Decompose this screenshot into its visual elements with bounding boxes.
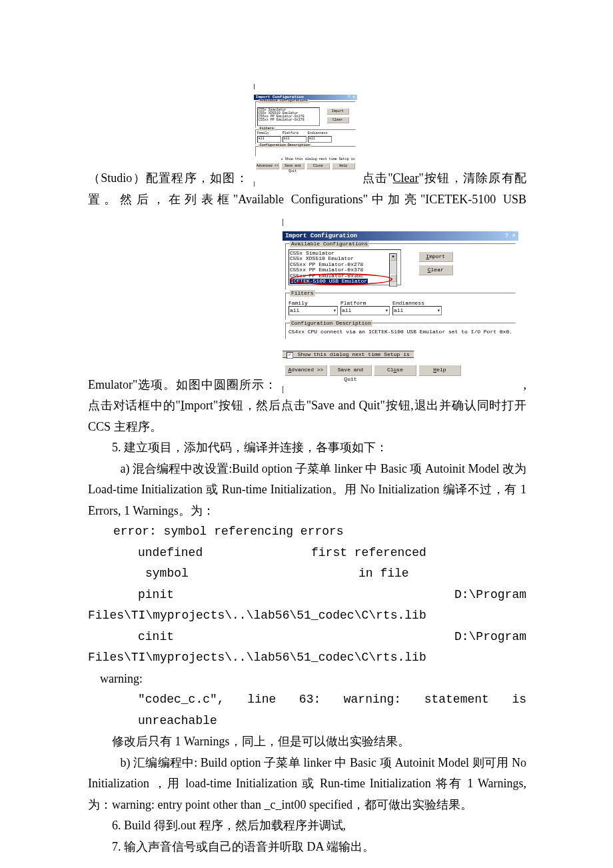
scrollbar[interactable]: ▲	[389, 253, 397, 287]
step-5a-end: 修改后只有 1 Warnings，同上，但是可以做出实验结果。	[88, 731, 526, 753]
document-page: （Studio）配置程序，如图： Import Configuration ? …	[0, 0, 613, 868]
save-quit-button[interactable]: Save and Quit	[329, 365, 372, 376]
endian-combo[interactable]: all ▾	[392, 306, 442, 315]
close-button[interactable]: Close	[374, 365, 416, 376]
path-pinit-2: Files\TI\myprojects\..\lab56\51_codec\C\…	[88, 605, 526, 627]
show-dialog-checkbox[interactable]: ✓	[287, 352, 293, 359]
family-combo[interactable]: all ▾	[289, 306, 338, 315]
endian-combo[interactable]: all	[308, 136, 332, 143]
col-first-ref: first referenced	[311, 543, 526, 564]
col-symbol: symbol	[88, 563, 318, 585]
sym-pinit: pinit	[88, 585, 174, 606]
step-7: 7. 输入声音信号或自己的语音并听取 DA 端输出。	[88, 837, 526, 858]
col-undefined: undefined	[88, 543, 311, 564]
config-listbox[interactable]: C55x Simulator C55x XDS510 Emulator C55x…	[289, 249, 401, 285]
advanced-button[interactable]: Advanced >>	[256, 163, 279, 169]
group-available: Available Configurations	[290, 241, 369, 247]
warning-header: warning:	[88, 669, 526, 690]
help-button[interactable]: Help	[418, 365, 461, 376]
group-filters: Filters	[290, 290, 315, 297]
selected-item[interactable]: ICETEK-5100 USB Emulator	[290, 279, 368, 284]
step-6: 6. Build 得到.out 程序，然后加载程序并调试,	[88, 815, 526, 837]
close-button[interactable]: Close	[306, 163, 330, 169]
platform-combo[interactable]: all	[283, 136, 306, 143]
step-5: 5. 建立项目，添加代码，编译并连接，各事项如下：	[88, 437, 526, 459]
scroll-thumb[interactable]	[390, 274, 396, 282]
warning-body: "codec_c.c", line 63: warning: statement…	[88, 689, 526, 731]
step-5a: a) 混合编程中改设置:Build option 子菜单 linker 中 Ba…	[88, 459, 526, 522]
config-listbox[interactable]: C55x Simulator C55x XDS510 Emulator C55x…	[257, 107, 320, 126]
col-in-file: in file	[318, 563, 526, 585]
step-5b: b) 汇编编程中: Build option 子菜单 linker 中 Basi…	[88, 753, 526, 816]
text-clear-underlined: Clear	[393, 171, 419, 185]
error-block: error: symbol referencing errors undefin…	[88, 521, 526, 669]
sym-cinit: cinit	[88, 627, 174, 648]
path-cinit-2: Files\TI\myprojects\..\lab56\51_codec\C\…	[88, 647, 526, 669]
text: 点击"	[362, 171, 393, 185]
clear-button[interactable]: Clear	[326, 117, 349, 123]
label-family: Family	[289, 300, 338, 307]
clear-button[interactable]: Clear	[418, 265, 453, 275]
error-header: error: symbol referencing errors	[88, 521, 526, 543]
path-cinit-1: D:\Program	[174, 627, 526, 648]
group-available: Available Configurations	[259, 99, 309, 103]
close-icon[interactable]: ×	[512, 233, 516, 239]
dialog-thumbnail-small: Import Configuration ? × Available Confi…	[254, 73, 357, 192]
help-button[interactable]: Help	[332, 163, 355, 169]
import-button[interactable]: Import	[326, 108, 349, 115]
save-quit-button[interactable]: Save and Quit	[281, 163, 305, 169]
help-icon[interactable]: ?	[505, 233, 508, 239]
description-text: C54xx CPU connect via an ICETEK-5100 USB…	[289, 329, 512, 335]
family-combo[interactable]: all	[257, 136, 281, 143]
text: （Studio）配置程序，如图：	[88, 171, 249, 185]
advanced-button[interactable]: Advanced >>	[285, 365, 327, 376]
path-pinit-1: D:\Program	[174, 585, 526, 606]
platform-combo[interactable]: all ▾	[340, 306, 390, 315]
import-button[interactable]: Import	[418, 251, 453, 262]
titlebar: Import Configuration ? ×	[283, 231, 518, 241]
scroll-up-icon[interactable]: ▲	[390, 254, 396, 261]
checkbox-label: Show this dialog next time Setup is	[298, 351, 410, 357]
group-description: Configuration Description	[290, 320, 372, 327]
label-platform: Platform	[340, 300, 390, 307]
paragraph-1: （Studio）配置程序，如图： Import Configuration ? …	[88, 73, 526, 437]
dialog-thumbnail-large: Import Configuration ? × Available Confi…	[283, 210, 518, 398]
label-endianness: Endianness	[392, 300, 442, 307]
